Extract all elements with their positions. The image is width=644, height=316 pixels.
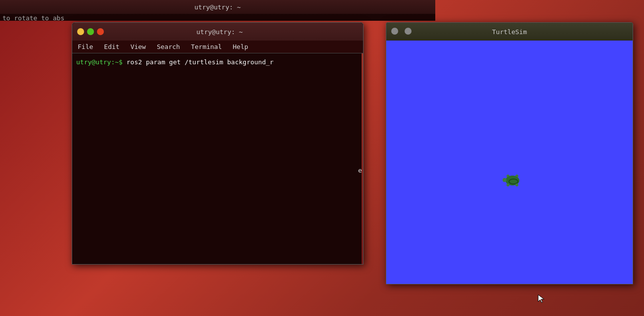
terminal-window: utry@utry: ~ File Edit View Search Termi… [72, 22, 364, 265]
terminal-titlebar: utry@utry: ~ [72, 23, 363, 41]
terminal-command-line: utry@utry:~$ ros2 param get /turtlesim b… [76, 57, 359, 67]
terminal-behind-text: to rotate to abs [2, 14, 64, 21]
terminal-output-1: [5.544 [76, 97, 363, 107]
terminal-prompt: utry@utry:~$ [76, 58, 123, 66]
turtlesim-titlebar: TurtleSim [386, 23, 633, 41]
terminal-minimize-button[interactable] [77, 28, 84, 35]
terminal-behind-titlebar: utry@utry: ~ [0, 0, 435, 14]
mouse-cursor [537, 294, 545, 304]
turtlesim-close-button[interactable] [405, 28, 412, 35]
terminal-behind-window: utry@utry: ~ to rotate to abs [0, 0, 435, 21]
terminal-menubar: File Edit View Search Terminal Help [72, 41, 363, 53]
terminal-output-3: e /turt [76, 166, 359, 176]
terminal-close-button[interactable] [97, 28, 104, 35]
terminal-maximize-button[interactable] [87, 28, 94, 35]
turtle-leg-back-left [506, 183, 509, 186]
turtle-head [503, 178, 506, 182]
turtlesim-window: TurtleSim [386, 22, 633, 284]
menu-terminal[interactable]: Terminal [188, 42, 225, 51]
terminal-title: utry@utry: ~ [104, 28, 335, 36]
menu-edit[interactable]: Edit [101, 42, 122, 51]
turtlesim-minimize-button[interactable] [391, 28, 398, 35]
menu-help[interactable]: Help [230, 42, 251, 51]
terminal-divider [362, 53, 363, 264]
terminal-window-controls [77, 28, 104, 35]
terminal-command: ros2 param get /turtlesim background_r [123, 58, 274, 66]
turtlesim-title: TurtleSim [414, 28, 605, 36]
menu-search[interactable]: Search [154, 42, 183, 51]
turtle-leg-back-right [515, 183, 518, 186]
menu-view[interactable]: View [128, 42, 148, 51]
menu-file[interactable]: File [75, 42, 95, 51]
terminal-output-2: [5.544 [76, 131, 363, 141]
desktop: utry@utry: ~ to rotate to abs utry@utry:… [0, 0, 644, 316]
turtlesim-controls-spacer [391, 28, 414, 36]
terminal-behind-text-area: to rotate to abs [0, 14, 435, 21]
terminal-output-4: [5.544 [76, 180, 363, 190]
turtle-sprite [505, 175, 520, 186]
terminal-behind-title: utry@utry: ~ [194, 3, 241, 11]
turtlesim-canvas [386, 41, 633, 284]
terminal-content: utry@utry:~$ ros2 param get /turtlesim b… [72, 53, 363, 264]
